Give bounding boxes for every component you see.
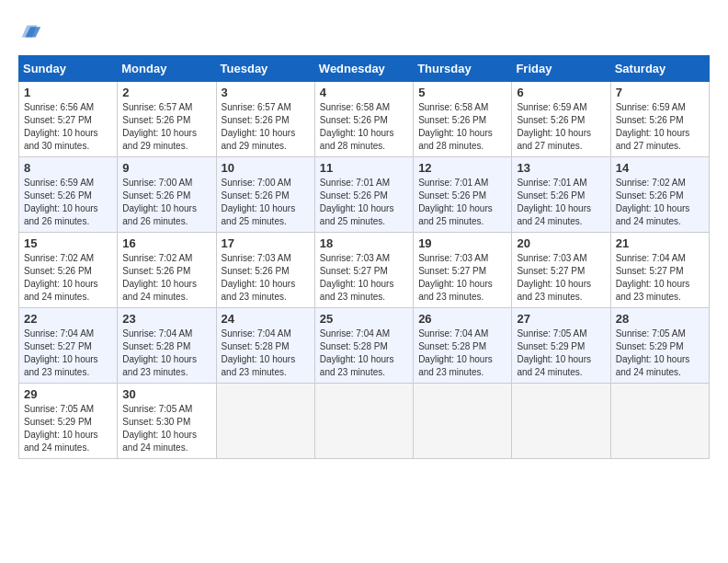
cell-content: Sunrise: 7:05 AM Sunset: 5:29 PM Dayligh…: [616, 327, 704, 379]
cell-content: Sunrise: 7:02 AM Sunset: 5:26 PM Dayligh…: [616, 177, 704, 228]
header-wednesday: Wednesday: [314, 56, 413, 82]
header-friday: Friday: [512, 56, 610, 82]
header-tuesday: Tuesday: [216, 56, 314, 82]
day-number: 1: [24, 86, 112, 99]
calendar-cell: [610, 384, 709, 459]
calendar-cell: 25Sunrise: 7:04 AM Sunset: 5:28 PM Dayli…: [314, 308, 413, 384]
cell-content: Sunrise: 7:03 AM Sunset: 5:27 PM Dayligh…: [418, 252, 506, 304]
week-row-1: 1Sunrise: 6:56 AM Sunset: 5:27 PM Daylig…: [19, 82, 710, 157]
cell-content: Sunrise: 7:05 AM Sunset: 5:29 PM Dayligh…: [517, 327, 605, 379]
week-row-5: 29Sunrise: 7:05 AM Sunset: 5:29 PM Dayli…: [19, 384, 710, 459]
day-number: 24: [222, 312, 310, 326]
calendar-cell: 13Sunrise: 7:01 AM Sunset: 5:26 PM Dayli…: [512, 157, 610, 233]
day-number: 2: [122, 86, 210, 99]
calendar-cell: [512, 384, 610, 459]
calendar-cell: 14Sunrise: 7:02 AM Sunset: 5:26 PM Dayli…: [610, 157, 709, 233]
day-number: 5: [418, 86, 506, 99]
cell-content: Sunrise: 7:02 AM Sunset: 5:26 PM Dayligh…: [24, 252, 112, 304]
calendar-cell: [314, 384, 413, 459]
cell-content: Sunrise: 7:05 AM Sunset: 5:29 PM Dayligh…: [24, 403, 112, 454]
day-number: 9: [122, 161, 210, 175]
day-number: 10: [222, 161, 310, 175]
day-number: 12: [418, 161, 506, 175]
day-number: 27: [517, 312, 605, 326]
calendar-cell: 26Sunrise: 7:04 AM Sunset: 5:28 PM Dayli…: [414, 308, 512, 384]
logo: [18, 18, 48, 44]
day-number: 26: [418, 312, 506, 326]
cell-content: Sunrise: 6:58 AM Sunset: 5:26 PM Dayligh…: [320, 101, 408, 153]
day-number: 20: [517, 236, 605, 250]
cell-content: Sunrise: 6:57 AM Sunset: 5:26 PM Dayligh…: [222, 101, 310, 153]
cell-content: Sunrise: 7:03 AM Sunset: 5:27 PM Dayligh…: [517, 252, 605, 304]
calendar-cell: 2Sunrise: 6:57 AM Sunset: 5:26 PM Daylig…: [118, 82, 216, 157]
day-number: 15: [24, 236, 112, 250]
calendar-cell: [216, 384, 314, 459]
cell-content: Sunrise: 6:59 AM Sunset: 5:26 PM Dayligh…: [24, 177, 112, 228]
cell-content: Sunrise: 7:04 AM Sunset: 5:28 PM Dayligh…: [122, 327, 210, 379]
calendar-cell: 15Sunrise: 7:02 AM Sunset: 5:26 PM Dayli…: [19, 233, 118, 308]
page-header: [18, 18, 710, 44]
cell-content: Sunrise: 7:00 AM Sunset: 5:26 PM Dayligh…: [222, 177, 310, 228]
logo-icon: [18, 18, 44, 44]
calendar-cell: 18Sunrise: 7:03 AM Sunset: 5:27 PM Dayli…: [314, 233, 413, 308]
calendar-cell: 16Sunrise: 7:02 AM Sunset: 5:26 PM Dayli…: [118, 233, 216, 308]
day-number: 8: [24, 161, 112, 175]
day-number: 13: [517, 161, 605, 175]
day-number: 28: [616, 312, 704, 326]
calendar-cell: 19Sunrise: 7:03 AM Sunset: 5:27 PM Dayli…: [414, 233, 512, 308]
calendar-cell: 8Sunrise: 6:59 AM Sunset: 5:26 PM Daylig…: [19, 157, 118, 233]
day-number: 18: [320, 236, 408, 250]
day-number: 11: [320, 161, 408, 175]
cell-content: Sunrise: 6:56 AM Sunset: 5:27 PM Dayligh…: [24, 101, 112, 153]
day-number: 25: [320, 312, 408, 326]
cell-content: Sunrise: 7:01 AM Sunset: 5:26 PM Dayligh…: [517, 177, 605, 228]
cell-content: Sunrise: 7:04 AM Sunset: 5:28 PM Dayligh…: [320, 327, 408, 379]
header-saturday: Saturday: [610, 56, 709, 82]
header-sunday: Sunday: [19, 56, 118, 82]
cell-content: Sunrise: 7:05 AM Sunset: 5:30 PM Dayligh…: [122, 403, 210, 454]
calendar-cell: 5Sunrise: 6:58 AM Sunset: 5:26 PM Daylig…: [414, 82, 512, 157]
calendar-cell: 27Sunrise: 7:05 AM Sunset: 5:29 PM Dayli…: [512, 308, 610, 384]
calendar-cell: 9Sunrise: 7:00 AM Sunset: 5:26 PM Daylig…: [118, 157, 216, 233]
cell-content: Sunrise: 6:58 AM Sunset: 5:26 PM Dayligh…: [418, 101, 506, 153]
day-number: 17: [222, 236, 310, 250]
day-number: 23: [122, 312, 210, 326]
week-row-4: 22Sunrise: 7:04 AM Sunset: 5:27 PM Dayli…: [19, 308, 710, 384]
calendar-cell: 28Sunrise: 7:05 AM Sunset: 5:29 PM Dayli…: [610, 308, 709, 384]
calendar-cell: 20Sunrise: 7:03 AM Sunset: 5:27 PM Dayli…: [512, 233, 610, 308]
day-number: 7: [616, 86, 704, 99]
calendar-cell: 11Sunrise: 7:01 AM Sunset: 5:26 PM Dayli…: [314, 157, 413, 233]
calendar-cell: 29Sunrise: 7:05 AM Sunset: 5:29 PM Dayli…: [19, 384, 118, 459]
calendar-cell: 24Sunrise: 7:04 AM Sunset: 5:28 PM Dayli…: [216, 308, 314, 384]
calendar-cell: 21Sunrise: 7:04 AM Sunset: 5:27 PM Dayli…: [610, 233, 709, 308]
calendar-cell: 23Sunrise: 7:04 AM Sunset: 5:28 PM Dayli…: [118, 308, 216, 384]
week-row-3: 15Sunrise: 7:02 AM Sunset: 5:26 PM Dayli…: [19, 233, 710, 308]
day-number: 3: [222, 86, 310, 99]
cell-content: Sunrise: 7:01 AM Sunset: 5:26 PM Dayligh…: [320, 177, 408, 228]
header-thursday: Thursday: [414, 56, 512, 82]
day-number: 6: [517, 86, 605, 99]
cell-content: Sunrise: 7:03 AM Sunset: 5:26 PM Dayligh…: [222, 252, 310, 304]
calendar-cell: 30Sunrise: 7:05 AM Sunset: 5:30 PM Dayli…: [118, 384, 216, 459]
day-number: 29: [24, 387, 112, 401]
day-number: 22: [24, 312, 112, 326]
calendar-cell: 10Sunrise: 7:00 AM Sunset: 5:26 PM Dayli…: [216, 157, 314, 233]
day-number: 21: [616, 236, 704, 250]
calendar-cell: 7Sunrise: 6:59 AM Sunset: 5:26 PM Daylig…: [610, 82, 709, 157]
calendar-cell: 4Sunrise: 6:58 AM Sunset: 5:26 PM Daylig…: [314, 82, 413, 157]
header-row: SundayMondayTuesdayWednesdayThursdayFrid…: [19, 56, 710, 82]
day-number: 14: [616, 161, 704, 175]
calendar-cell: 1Sunrise: 6:56 AM Sunset: 5:27 PM Daylig…: [19, 82, 118, 157]
day-number: 4: [320, 86, 408, 99]
cell-content: Sunrise: 6:57 AM Sunset: 5:26 PM Dayligh…: [122, 101, 210, 153]
day-number: 16: [122, 236, 210, 250]
calendar-cell: 17Sunrise: 7:03 AM Sunset: 5:26 PM Dayli…: [216, 233, 314, 308]
calendar-table: SundayMondayTuesdayWednesdayThursdayFrid…: [18, 55, 710, 459]
calendar-cell: [414, 384, 512, 459]
calendar-cell: 6Sunrise: 6:59 AM Sunset: 5:26 PM Daylig…: [512, 82, 610, 157]
day-number: 19: [418, 236, 506, 250]
week-row-2: 8Sunrise: 6:59 AM Sunset: 5:26 PM Daylig…: [19, 157, 710, 233]
cell-content: Sunrise: 6:59 AM Sunset: 5:26 PM Dayligh…: [517, 101, 605, 153]
cell-content: Sunrise: 7:01 AM Sunset: 5:26 PM Dayligh…: [418, 177, 506, 228]
calendar-cell: 22Sunrise: 7:04 AM Sunset: 5:27 PM Dayli…: [19, 308, 118, 384]
